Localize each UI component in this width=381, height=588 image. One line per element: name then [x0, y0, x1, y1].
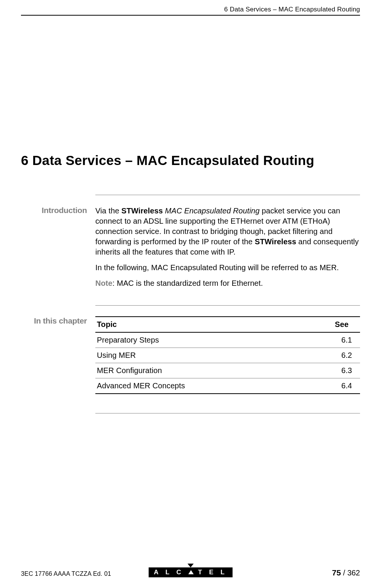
- table-cell-see: 6.3: [333, 363, 360, 378]
- intro-paragraph-1: Via the STWireless MAC Encapsulated Rout…: [95, 206, 360, 257]
- footer-doc-id: 3EC 17766 AAAA TCZZA Ed. 01: [21, 570, 111, 577]
- intro-italic: MAC Encapsulated Routing: [165, 207, 260, 215]
- in-this-chapter-content: Topic See Preparatory Steps 6.1 Using ME…: [95, 316, 360, 394]
- introduction-section: Introduction Via the STWireless MAC Enca…: [21, 206, 360, 294]
- section-divider-top: [95, 195, 360, 195]
- footer-page-number: 75 / 362: [332, 568, 360, 577]
- alcatel-logo: A L C T E L: [148, 567, 232, 577]
- table-row: Preparatory Steps 6.1: [95, 332, 360, 348]
- table-header-row: Topic See: [95, 317, 360, 332]
- introduction-content: Via the STWireless MAC Encapsulated Rout…: [95, 206, 360, 294]
- header-divider: [21, 15, 360, 16]
- table-cell-see: 6.1: [333, 332, 360, 348]
- page-container: 6 Data Services – MAC Encapsulated Routi…: [0, 0, 381, 588]
- alcatel-triangle-icon: [187, 564, 193, 567]
- table-cell-topic: MER Configuration: [95, 363, 333, 378]
- page-total: 362: [347, 569, 360, 577]
- page-sep: /: [341, 569, 347, 577]
- table-cell-topic: Preparatory Steps: [95, 332, 333, 348]
- in-this-chapter-label: In this chapter: [21, 316, 95, 394]
- table-cell-see: 6.2: [333, 348, 360, 363]
- table-row: Advanced MER Concepts 6.4: [95, 378, 360, 394]
- note-label: Note: [95, 279, 113, 287]
- section-divider-bottom: [95, 413, 360, 413]
- intro-bold-2: STWireless: [255, 237, 296, 246]
- intro-bold-1: STWireless: [121, 207, 163, 215]
- logo-text-right: T E L: [198, 569, 227, 576]
- introduction-label: Introduction: [21, 206, 95, 294]
- footer: 3EC 17766 AAAA TCZZA Ed. 01 A L C T E L …: [21, 568, 360, 577]
- table-cell-topic: Advanced MER Concepts: [95, 378, 333, 394]
- table-header-topic: Topic: [95, 317, 333, 332]
- footer-logo-container: A L C T E L: [148, 564, 232, 577]
- topic-table: Topic See Preparatory Steps 6.1 Using ME…: [95, 316, 360, 394]
- note-text: : MAC is the standardized term for Ether…: [113, 279, 263, 287]
- table-header-see: See: [333, 317, 360, 332]
- table-cell-topic: Using MER: [95, 348, 333, 363]
- intro-text: Via the: [95, 207, 121, 215]
- section-divider-mid: [95, 305, 360, 306]
- table-cell-see: 6.4: [333, 378, 360, 394]
- alcatel-inner-triangle-icon: [188, 570, 193, 574]
- chapter-title: 6 Data Services – MAC Encapsulated Routi…: [21, 153, 360, 168]
- in-this-chapter-section: In this chapter Topic See Preparatory St…: [21, 316, 360, 394]
- page-current: 75: [332, 568, 341, 577]
- intro-note: Note: MAC is the standardized term for E…: [95, 278, 360, 288]
- table-row: MER Configuration 6.3: [95, 363, 360, 378]
- logo-text-left: A L C: [154, 569, 183, 576]
- table-row: Using MER 6.2: [95, 348, 360, 363]
- running-header: 6 Data Services – MAC Encapsulated Routi…: [21, 6, 360, 13]
- intro-paragraph-2: In the following, MAC Encapsulated Routi…: [95, 263, 360, 273]
